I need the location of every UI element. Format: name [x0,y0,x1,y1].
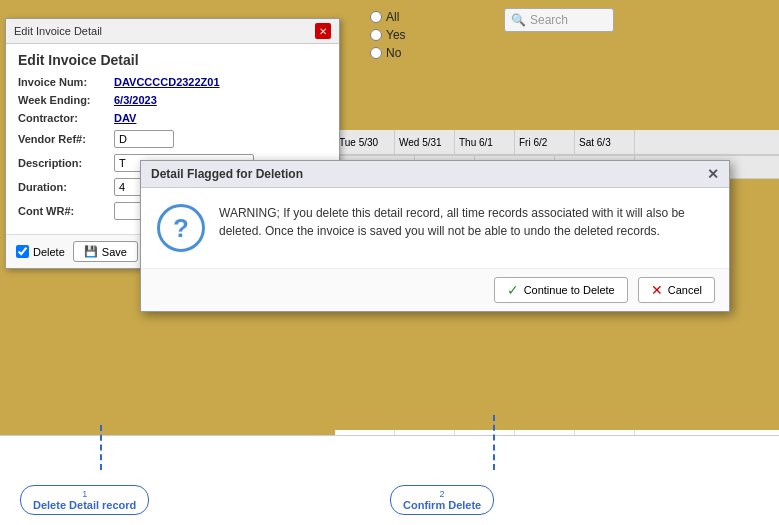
duration-label: Duration: [18,181,108,193]
edit-panel-close-button[interactable]: ✕ [315,23,331,39]
continue-delete-button[interactable]: ✓ Continue to Delete [494,277,628,303]
delete-check-area[interactable]: Delete [16,245,65,258]
annotation-line-1-vertical [100,425,102,470]
warning-cancel-button[interactable]: ✕ Cancel [638,277,715,303]
th-sat: Sat 6/3 [575,130,635,154]
search-box[interactable]: 🔍 Search [504,8,614,32]
cont-wr-label: Cont WR#: [18,205,108,217]
search-placeholder-text: Search [530,13,568,27]
warning-close-button[interactable]: ✕ [707,166,719,182]
radio-all-label: All [386,10,399,24]
radio-group: All Yes No [370,10,406,60]
save-label: Save [102,246,127,258]
edit-panel-heading: Edit Invoice Detail [18,52,327,68]
radio-all[interactable]: All [370,10,406,24]
th-fri: Fri 6/2 [515,130,575,154]
date-header-row: Tue 5/30 Wed 5/31 Thu 6/1 Fri 6/2 Sat 6/… [335,130,779,155]
x-icon: ✕ [651,282,663,298]
warning-body: ? WARNING; If you delete this detail rec… [141,188,729,268]
warning-dialog: Detail Flagged for Deletion ✕ ? WARNING;… [140,160,730,312]
search-icon: 🔍 [511,13,526,27]
week-ending-row: Week Ending: 6/3/2023 [18,94,327,106]
delete-label: Delete [33,246,65,258]
callout-1-label: Delete Detail record [33,499,136,511]
warning-cancel-label: Cancel [668,284,702,296]
th-tue: Tue 5/30 [335,130,395,154]
warning-message: WARNING; If you delete this detail recor… [219,204,713,240]
save-icon: 💾 [84,245,98,258]
annotation-line-2-vertical [493,415,495,470]
vendor-ref-row: Vendor Ref#: [18,130,327,148]
continue-delete-label: Continue to Delete [524,284,615,296]
radio-all-input[interactable] [370,11,382,23]
radio-yes-input[interactable] [370,29,382,41]
radio-no-label: No [386,46,401,60]
warning-titlebar: Detail Flagged for Deletion ✕ [141,161,729,188]
callout-1-number: 1 [82,489,87,499]
check-icon: ✓ [507,282,519,298]
callout-1: 1 Delete Detail record [20,485,149,515]
callout-2-number: 2 [440,489,445,499]
vendor-ref-label: Vendor Ref#: [18,133,108,145]
th-wed: Wed 5/31 [395,130,455,154]
vendor-ref-input[interactable] [114,130,174,148]
warning-footer: ✓ Continue to Delete ✕ Cancel [141,268,729,311]
callout-2: 2 Confirm Delete [390,485,494,515]
contractor-value[interactable]: DAV [114,112,136,124]
radio-yes[interactable]: Yes [370,28,406,42]
th-thu: Thu 6/1 [455,130,515,154]
invoice-num-row: Invoice Num: DAVCCCCD2322Z01 [18,76,327,88]
delete-checkbox[interactable] [16,245,29,258]
radio-no-input[interactable] [370,47,382,59]
radio-no[interactable]: No [370,46,406,60]
week-ending-value[interactable]: 6/3/2023 [114,94,157,106]
edit-panel-title-text: Edit Invoice Detail [14,25,102,37]
callout-2-label: Confirm Delete [403,499,481,511]
description-label: Description: [18,157,108,169]
warning-title-text: Detail Flagged for Deletion [151,167,303,181]
warning-question-icon: ? [157,204,205,252]
save-button[interactable]: 💾 Save [73,241,138,262]
invoice-num-label: Invoice Num: [18,76,108,88]
radio-yes-label: Yes [386,28,406,42]
invoice-num-value[interactable]: DAVCCCCD2322Z01 [114,76,220,88]
annotation-area: 1 Delete Detail record 2 Confirm Delete [0,435,779,525]
edit-panel-titlebar: Edit Invoice Detail ✕ [6,19,339,44]
contractor-label: Contractor: [18,112,108,124]
contractor-row: Contractor: DAV [18,112,327,124]
week-ending-label: Week Ending: [18,94,108,106]
